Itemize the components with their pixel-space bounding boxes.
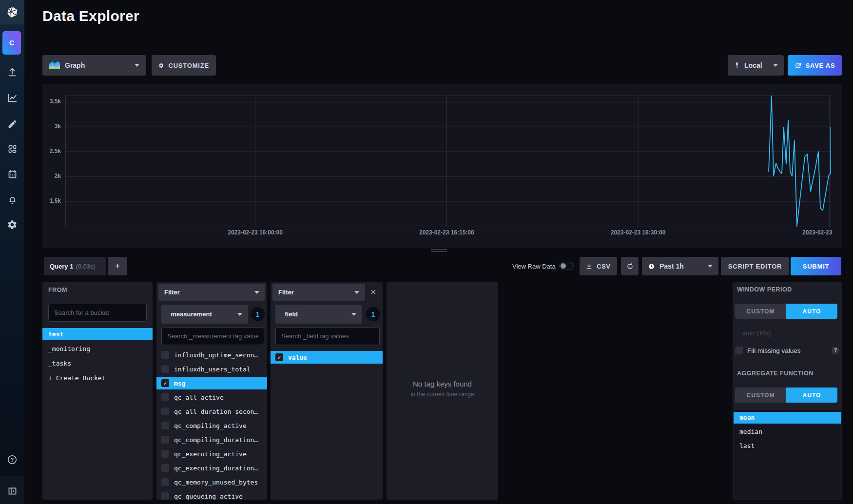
fill-missing-values-label: Fill missing values: [747, 347, 801, 354]
aggregate-function-item[interactable]: last: [734, 440, 841, 452]
data-explorer-app: C ? Data Explorer: [0, 0, 853, 504]
filter-type-dropdown[interactable]: Filter: [272, 284, 365, 301]
aggregate-function-heading: AGGREGATE FUNCTION: [737, 370, 814, 377]
view-type-dropdown[interactable]: Graph: [42, 55, 146, 76]
help-icon[interactable]: ?: [0, 448, 24, 471]
measurement-tag-dropdown[interactable]: _measurement: [161, 305, 248, 324]
empty-state-subtitle: in the current time range: [387, 391, 498, 398]
field-filter-panel: Filter × _field 1 ✓value: [271, 282, 383, 500]
influxdb-logo-icon[interactable]: [0, 0, 24, 24]
measurement-search-input[interactable]: [161, 327, 264, 345]
measurement-item[interactable]: qc_compiling_active: [156, 419, 267, 432]
upload-icon[interactable]: [0, 61, 24, 84]
csv-download-button[interactable]: CSV: [580, 257, 617, 275]
view-raw-data-toggle[interactable]: [559, 262, 574, 270]
tasks-calendar-icon[interactable]: [0, 163, 24, 185]
checkbox[interactable]: [161, 407, 169, 415]
aggregate-function-item[interactable]: median: [734, 426, 841, 438]
chevron-down-icon: [135, 64, 139, 67]
checkbox[interactable]: [161, 393, 169, 401]
filter-header-label: Filter: [164, 289, 180, 296]
expand-sidebar-icon[interactable]: [0, 480, 24, 502]
checkbox[interactable]: [161, 436, 169, 444]
dashboards-icon[interactable]: [0, 137, 24, 160]
aggregate-function-item[interactable]: mean: [734, 412, 841, 424]
measurement-item[interactable]: qc_all_duration_secon…: [156, 405, 267, 418]
measurement-item[interactable]: qc_executing_duration…: [156, 462, 267, 474]
measurement-item[interactable]: qc_queueing_active: [156, 490, 267, 500]
customize-button[interactable]: CUSTOMIZE: [152, 55, 216, 76]
pencil-icon[interactable]: [0, 113, 24, 135]
field-search-input[interactable]: [275, 327, 380, 345]
alerts-bell-icon[interactable]: [0, 189, 24, 211]
field-item[interactable]: ✓value: [271, 351, 383, 364]
settings-gear-icon[interactable]: [0, 213, 24, 236]
checkbox[interactable]: [161, 422, 169, 429]
bucket-item[interactable]: + Create Bucket: [42, 372, 153, 384]
x-axis: 2023-02-23 16:00:002023-02-23 16:15:0020…: [42, 84, 842, 248]
script-editor-button[interactable]: SCRIPT EDITOR: [721, 257, 789, 275]
bucket-item[interactable]: _monitoring: [42, 343, 153, 355]
chevron-down-icon: [708, 265, 713, 268]
checkbox[interactable]: ✓: [275, 353, 283, 361]
download-icon: [585, 263, 593, 270]
help-tooltip-icon[interactable]: ?: [832, 347, 839, 354]
checkbox[interactable]: [161, 351, 169, 359]
resize-drag-handle[interactable]: [431, 249, 447, 253]
save-as-button[interactable]: SAVE AS: [788, 55, 842, 76]
org-avatar[interactable]: C: [2, 31, 21, 55]
gear-icon: [158, 62, 164, 69]
aggregate-function-list: meanmedianlast: [734, 410, 841, 499]
empty-state-title: No tag keys found: [387, 380, 498, 388]
bucket-item[interactable]: _tasks: [42, 357, 153, 369]
selected-count-badge: 1: [366, 307, 380, 321]
query-tab[interactable]: Query 1 (0.03s): [44, 257, 106, 275]
close-filter-icon[interactable]: ×: [368, 286, 379, 298]
bucket-search-input[interactable]: [48, 304, 147, 322]
chevron-down-icon: [351, 313, 356, 316]
chevron-down-icon: [773, 64, 778, 67]
filter-type-dropdown[interactable]: Filter: [158, 284, 265, 301]
window-auto-button[interactable]: AUTO: [786, 304, 837, 319]
data-explorer-graph-icon[interactable]: [0, 87, 24, 109]
time-range-label: Past 1h: [659, 262, 684, 270]
checkbox[interactable]: [161, 492, 169, 500]
checkbox[interactable]: [161, 450, 169, 458]
checkbox[interactable]: [161, 365, 169, 373]
measurement-item[interactable]: qc_executing_active: [156, 447, 267, 460]
measurement-item-label: qc_all_active: [174, 394, 224, 401]
measurement-item[interactable]: influxdb_users_total: [156, 363, 267, 375]
aggregation-options-panel: WINDOW PERIOD CUSTOM AUTO auto (10s) Fil…: [733, 282, 842, 500]
x-axis-tick: 2023-02-23 16:30:00: [611, 229, 666, 236]
measurement-item[interactable]: qc_compiling_duration…: [156, 433, 267, 446]
local-dropdown[interactable]: Local: [728, 55, 784, 76]
aggregate-custom-button[interactable]: CUSTOM: [735, 388, 786, 403]
measurement-item[interactable]: qc_memory_unused_bytes: [156, 476, 267, 488]
fill-missing-values-checkbox[interactable]: [735, 347, 743, 354]
chart-panel: 1.5k2k2.5k3k3.5k 2023-02-23 16:00:002023…: [42, 84, 842, 248]
field-tag-dropdown[interactable]: _field: [275, 305, 362, 324]
add-query-button[interactable]: +: [108, 257, 127, 275]
measurement-item[interactable]: qc_all_active: [156, 391, 267, 404]
window-custom-button[interactable]: CUSTOM: [735, 304, 786, 319]
svg-text:?: ?: [11, 457, 14, 463]
measurement-item[interactable]: influxdb_uptime_secon…: [156, 349, 267, 361]
aggregate-auto-button[interactable]: AUTO: [786, 388, 837, 403]
graph-type-icon: [49, 61, 60, 70]
refresh-button[interactable]: [621, 257, 639, 275]
view-type-label: Graph: [65, 61, 85, 69]
chevron-down-icon: [237, 313, 242, 316]
clock-icon: [648, 263, 655, 270]
field-list: ✓value: [271, 351, 383, 365]
checkbox[interactable]: ✓: [161, 379, 169, 387]
toggle-knob: [561, 263, 566, 269]
filter-header-label: Filter: [278, 289, 294, 296]
time-range-dropdown[interactable]: Past 1h: [642, 257, 718, 275]
submit-button[interactable]: SUBMIT: [791, 257, 841, 275]
page-title: Data Explorer: [42, 8, 139, 24]
measurement-item[interactable]: ✓msg: [156, 377, 267, 389]
bucket-item[interactable]: test: [42, 328, 153, 340]
export-icon: [795, 62, 802, 69]
checkbox[interactable]: [161, 464, 169, 472]
checkbox[interactable]: [161, 478, 169, 486]
